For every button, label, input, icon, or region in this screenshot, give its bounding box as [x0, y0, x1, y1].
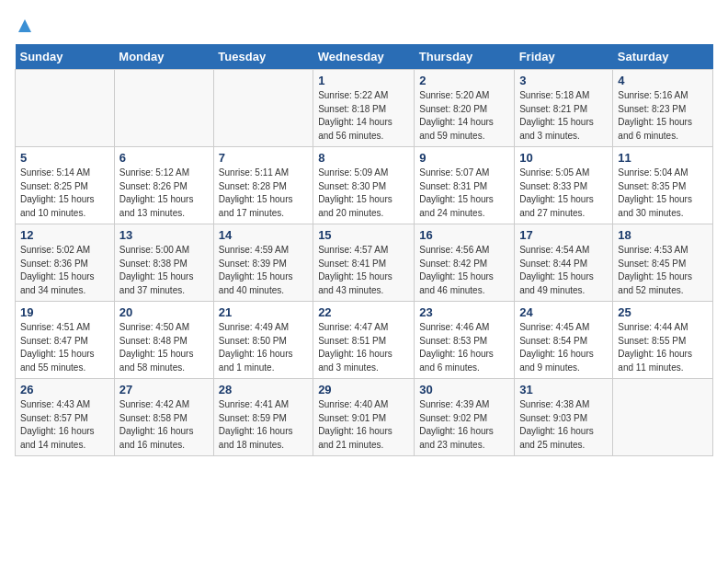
day-number: 31 [519, 383, 608, 396]
calendar-cell: 3Sunrise: 5:18 AM Sunset: 8:21 PM Daylig… [515, 70, 613, 147]
calendar-cell: 21Sunrise: 4:49 AM Sunset: 8:50 PM Dayli… [213, 302, 313, 379]
day-info: Sunrise: 4:56 AM Sunset: 8:42 PM Dayligh… [419, 244, 509, 297]
day-info: Sunrise: 5:20 AM Sunset: 8:20 PM Dayligh… [419, 89, 509, 143]
day-number: 9 [419, 151, 509, 165]
day-number: 8 [318, 151, 409, 165]
calendar-cell: 11Sunrise: 5:04 AM Sunset: 8:35 PM Dayli… [613, 147, 713, 224]
calendar-cell: 2Sunrise: 5:20 AM Sunset: 8:20 PM Daylig… [415, 70, 515, 147]
day-number: 16 [419, 228, 509, 242]
day-number: 23 [419, 305, 509, 319]
day-info: Sunrise: 5:16 AM Sunset: 8:23 PM Dayligh… [618, 89, 708, 143]
svg-marker-0 [18, 19, 31, 32]
day-number: 18 [618, 228, 708, 242]
weekday-header-thursday: Thursday [415, 44, 515, 70]
calendar-cell: 5Sunrise: 5:14 AM Sunset: 8:25 PM Daylig… [16, 147, 115, 224]
day-info: Sunrise: 5:09 AM Sunset: 8:30 PM Dayligh… [318, 167, 409, 220]
calendar-cell: 30Sunrise: 4:39 AM Sunset: 9:02 PM Dayli… [415, 379, 515, 456]
day-info: Sunrise: 5:18 AM Sunset: 8:21 PM Dayligh… [519, 89, 608, 143]
day-number: 29 [318, 383, 409, 396]
day-info: Sunrise: 4:50 AM Sunset: 8:48 PM Dayligh… [119, 321, 209, 374]
calendar-cell: 9Sunrise: 5:07 AM Sunset: 8:31 PM Daylig… [415, 147, 515, 224]
day-info: Sunrise: 5:22 AM Sunset: 8:18 PM Dayligh… [318, 89, 409, 143]
day-number: 10 [519, 151, 608, 165]
day-number: 26 [20, 383, 109, 396]
calendar-cell: 1Sunrise: 5:22 AM Sunset: 8:18 PM Daylig… [313, 70, 415, 147]
calendar-cell [213, 70, 313, 147]
day-number: 2 [419, 74, 509, 87]
day-number: 1 [318, 74, 409, 87]
calendar-cell: 12Sunrise: 5:02 AM Sunset: 8:36 PM Dayli… [16, 224, 115, 302]
day-number: 5 [20, 151, 109, 165]
day-info: Sunrise: 5:12 AM Sunset: 8:26 PM Dayligh… [119, 167, 209, 220]
calendar-cell: 18Sunrise: 4:53 AM Sunset: 8:45 PM Dayli… [613, 224, 713, 302]
calendar-cell: 28Sunrise: 4:41 AM Sunset: 8:59 PM Dayli… [213, 379, 313, 456]
calendar-cell: 26Sunrise: 4:43 AM Sunset: 8:57 PM Dayli… [16, 379, 115, 456]
day-info: Sunrise: 4:44 AM Sunset: 8:55 PM Dayligh… [618, 321, 708, 374]
day-number: 14 [219, 228, 308, 242]
day-number: 25 [618, 305, 708, 319]
calendar-cell: 17Sunrise: 4:54 AM Sunset: 8:44 PM Dayli… [515, 224, 613, 302]
day-number: 13 [119, 228, 209, 242]
day-number: 17 [519, 228, 608, 242]
day-info: Sunrise: 5:11 AM Sunset: 8:28 PM Dayligh… [219, 167, 308, 220]
weekday-header-wednesday: Wednesday [313, 44, 415, 70]
page-header [15, 15, 713, 35]
day-info: Sunrise: 4:46 AM Sunset: 8:53 PM Dayligh… [419, 321, 509, 374]
calendar-cell: 31Sunrise: 4:38 AM Sunset: 9:03 PM Dayli… [515, 379, 613, 456]
calendar-cell: 8Sunrise: 5:09 AM Sunset: 8:30 PM Daylig… [313, 147, 415, 224]
calendar-cell: 16Sunrise: 4:56 AM Sunset: 8:42 PM Dayli… [415, 224, 515, 302]
day-number: 21 [219, 305, 308, 319]
day-info: Sunrise: 4:42 AM Sunset: 8:58 PM Dayligh… [119, 398, 209, 452]
day-info: Sunrise: 4:41 AM Sunset: 8:59 PM Dayligh… [219, 398, 308, 452]
calendar-cell: 22Sunrise: 4:47 AM Sunset: 8:51 PM Dayli… [313, 302, 415, 379]
day-info: Sunrise: 5:02 AM Sunset: 8:36 PM Dayligh… [20, 244, 109, 297]
week-row-2: 5Sunrise: 5:14 AM Sunset: 8:25 PM Daylig… [16, 147, 713, 224]
day-info: Sunrise: 4:57 AM Sunset: 8:41 PM Dayligh… [318, 244, 409, 297]
day-number: 7 [219, 151, 308, 165]
calendar-cell: 14Sunrise: 4:59 AM Sunset: 8:39 PM Dayli… [213, 224, 313, 302]
weekday-header-saturday: Saturday [613, 44, 713, 70]
logo-text [15, 15, 33, 35]
weekday-header-monday: Monday [114, 44, 213, 70]
calendar-cell: 25Sunrise: 4:44 AM Sunset: 8:55 PM Dayli… [613, 302, 713, 379]
calendar-cell: 19Sunrise: 4:51 AM Sunset: 8:47 PM Dayli… [16, 302, 115, 379]
week-row-1: 1Sunrise: 5:22 AM Sunset: 8:18 PM Daylig… [16, 70, 713, 147]
week-row-5: 26Sunrise: 4:43 AM Sunset: 8:57 PM Dayli… [16, 379, 713, 456]
day-info: Sunrise: 4:43 AM Sunset: 8:57 PM Dayligh… [20, 398, 109, 452]
day-info: Sunrise: 5:14 AM Sunset: 8:25 PM Dayligh… [20, 167, 109, 220]
calendar-cell [16, 70, 115, 147]
day-number: 15 [318, 228, 409, 242]
day-info: Sunrise: 4:47 AM Sunset: 8:51 PM Dayligh… [318, 321, 409, 374]
day-info: Sunrise: 4:59 AM Sunset: 8:39 PM Dayligh… [219, 244, 308, 297]
calendar-cell: 7Sunrise: 5:11 AM Sunset: 8:28 PM Daylig… [213, 147, 313, 224]
logo [15, 15, 33, 35]
day-number: 28 [219, 383, 308, 396]
day-info: Sunrise: 4:53 AM Sunset: 8:45 PM Dayligh… [618, 244, 708, 297]
day-number: 24 [519, 305, 608, 319]
day-info: Sunrise: 4:38 AM Sunset: 9:03 PM Dayligh… [519, 398, 608, 452]
day-info: Sunrise: 4:51 AM Sunset: 8:47 PM Dayligh… [20, 321, 109, 374]
day-number: 27 [119, 383, 209, 396]
calendar-cell: 23Sunrise: 4:46 AM Sunset: 8:53 PM Dayli… [415, 302, 515, 379]
day-number: 11 [618, 151, 708, 165]
day-info: Sunrise: 4:40 AM Sunset: 9:01 PM Dayligh… [318, 398, 409, 452]
calendar-cell: 20Sunrise: 4:50 AM Sunset: 8:48 PM Dayli… [114, 302, 213, 379]
day-info: Sunrise: 5:07 AM Sunset: 8:31 PM Dayligh… [419, 167, 509, 220]
calendar-cell [613, 379, 713, 456]
calendar-cell [114, 70, 213, 147]
logo-icon [17, 17, 33, 34]
calendar-table: SundayMondayTuesdayWednesdayThursdayFrid… [15, 44, 713, 456]
day-info: Sunrise: 5:05 AM Sunset: 8:33 PM Dayligh… [519, 167, 608, 220]
day-number: 22 [318, 305, 409, 319]
day-info: Sunrise: 5:04 AM Sunset: 8:35 PM Dayligh… [618, 167, 708, 220]
week-row-3: 12Sunrise: 5:02 AM Sunset: 8:36 PM Dayli… [16, 224, 713, 302]
calendar-cell: 29Sunrise: 4:40 AM Sunset: 9:01 PM Dayli… [313, 379, 415, 456]
calendar-cell: 4Sunrise: 5:16 AM Sunset: 8:23 PM Daylig… [613, 70, 713, 147]
day-number: 4 [618, 74, 708, 87]
day-number: 19 [20, 305, 109, 319]
weekday-header-tuesday: Tuesday [213, 44, 313, 70]
weekday-header-friday: Friday [515, 44, 613, 70]
calendar-cell: 24Sunrise: 4:45 AM Sunset: 8:54 PM Dayli… [515, 302, 613, 379]
day-info: Sunrise: 5:00 AM Sunset: 8:38 PM Dayligh… [119, 244, 209, 297]
day-info: Sunrise: 4:54 AM Sunset: 8:44 PM Dayligh… [519, 244, 608, 297]
